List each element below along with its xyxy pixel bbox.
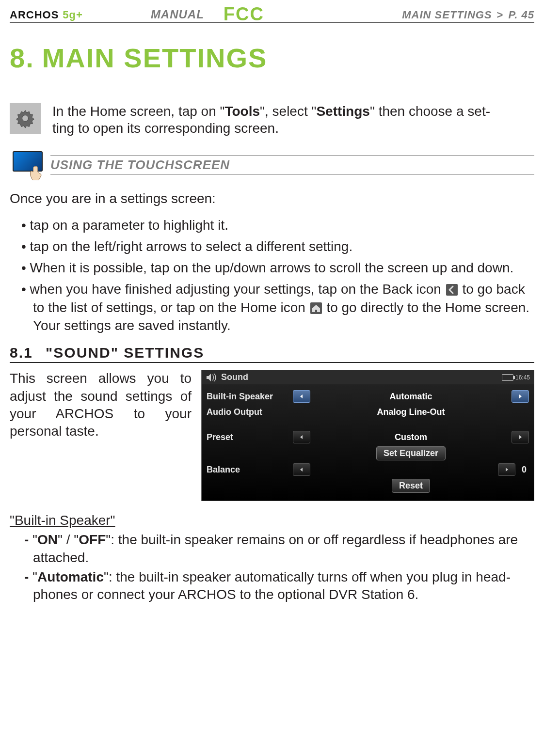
list-item: "ON" / "OFF": the built-in speaker remai… <box>24 531 534 567</box>
device-time: 16:45 <box>515 374 530 381</box>
touchscreen-heading: USING THE TOUCHSCREEN <box>50 158 230 172</box>
svg-point-0 <box>22 115 29 122</box>
intro-settings: Settings <box>316 104 369 119</box>
row-label-preset: Preset <box>207 432 289 442</box>
brand-block: ARCHOS 5g+ <box>10 9 83 21</box>
status-bar: 16:45 <box>502 374 530 381</box>
settings-lead: Once you are in a settings screen: <box>10 190 534 207</box>
battery-icon <box>502 374 513 381</box>
row-value-preset: Custom <box>313 432 509 442</box>
manual-label: MANUAL <box>151 8 204 21</box>
sound-settings-screenshot: Sound 16:45 Built-in Speaker Automatic A <box>201 370 534 501</box>
arrow-left-icon[interactable] <box>293 463 310 476</box>
gear-icon <box>10 103 41 134</box>
sound-intro-text: This screen allows you to adjust the sou… <box>10 370 192 441</box>
section-heading: 8.1 "SOUND" SETTINGS <box>10 345 534 363</box>
list-item: tap on a parameter to highlight it. <box>21 216 534 235</box>
bullet4-a: when you have finished adjusting your se… <box>30 282 445 297</box>
brand-model: 5g+ <box>63 9 83 21</box>
builtin-speaker-heading: "Built-in Speaker" <box>10 513 534 528</box>
touchscreen-icon <box>10 151 44 178</box>
list-item: when you have finished adjusting your se… <box>21 280 534 335</box>
chapter-title: MAIN SETTINGS <box>42 42 268 74</box>
intro-post: " then choose a set- <box>370 104 490 119</box>
row-value-speaker: Automatic <box>313 392 509 402</box>
arrow-right-icon[interactable] <box>512 431 529 443</box>
intro-tools: Tools <box>224 104 260 119</box>
intro-pre: In the Home screen, tap on " <box>52 104 224 119</box>
row-label-speaker: Built-in Speaker <box>207 392 289 402</box>
breadcrumb-sep: > <box>497 9 504 21</box>
breadcrumb: MAIN SETTINGS > P. 45 <box>402 9 534 21</box>
arrow-left-icon[interactable] <box>293 390 310 403</box>
intro-mid: ", select " <box>260 104 316 119</box>
section-title: "SOUND" SETTINGS <box>46 345 204 361</box>
chapter-heading: 8. MAIN SETTINGS <box>10 42 534 74</box>
builtin-speaker-list: "ON" / "OFF": the built-in speaker remai… <box>10 531 534 604</box>
off-label: OFF <box>79 532 106 547</box>
on-label: ON <box>37 532 58 547</box>
onoff-desc: ": the built-in speaker remains on or of… <box>33 532 518 565</box>
arrow-left-icon[interactable] <box>293 431 310 443</box>
speaker-icon <box>206 373 217 382</box>
intro-text: In the Home screen, tap on "Tools", sele… <box>52 103 534 137</box>
section-number: 8.1 <box>10 345 33 361</box>
list-item: tap on the left/right arrows to select a… <box>21 237 534 256</box>
row-label-balance: Balance <box>207 465 289 475</box>
row-value-audio: Analog Line-Out <box>313 407 509 417</box>
touchscreen-heading-row: USING THE TOUCHSCREEN <box>10 151 534 178</box>
row-value-balance: 0 <box>519 465 529 475</box>
page-header: ARCHOS 5g+ MANUAL FCC MAIN SETTINGS > P.… <box>10 0 534 23</box>
list-item: When it is possible, tap on the up/down … <box>21 259 534 277</box>
breadcrumb-page: P. 45 <box>508 9 534 21</box>
breadcrumb-title: MAIN SETTINGS <box>402 9 492 21</box>
automatic-desc: ": the built-in speaker automatically tu… <box>33 569 511 602</box>
list-item: "Automatic": the built-in speaker automa… <box>24 568 534 604</box>
set-equalizer-button[interactable]: Set Equalizer <box>376 446 446 460</box>
reset-button[interactable]: Reset <box>392 479 430 493</box>
brand-logo: ARCHOS <box>10 9 59 21</box>
home-icon <box>310 302 322 314</box>
automatic-label: Automatic <box>37 569 104 584</box>
intro-block: In the Home screen, tap on "Tools", sele… <box>10 103 534 137</box>
fcc-label: FCC <box>224 5 264 23</box>
row-label-audio: Audio Output <box>207 407 289 417</box>
intro-line2: ting to open its corresponding screen. <box>52 121 279 136</box>
arrow-right-icon[interactable] <box>512 390 529 403</box>
back-icon <box>446 284 458 296</box>
chapter-number: 8. <box>10 42 34 74</box>
touchscreen-bullets: tap on a parameter to highlight it. tap … <box>10 216 534 335</box>
arrow-right-icon[interactable] <box>498 463 515 476</box>
device-title: Sound <box>221 372 502 382</box>
